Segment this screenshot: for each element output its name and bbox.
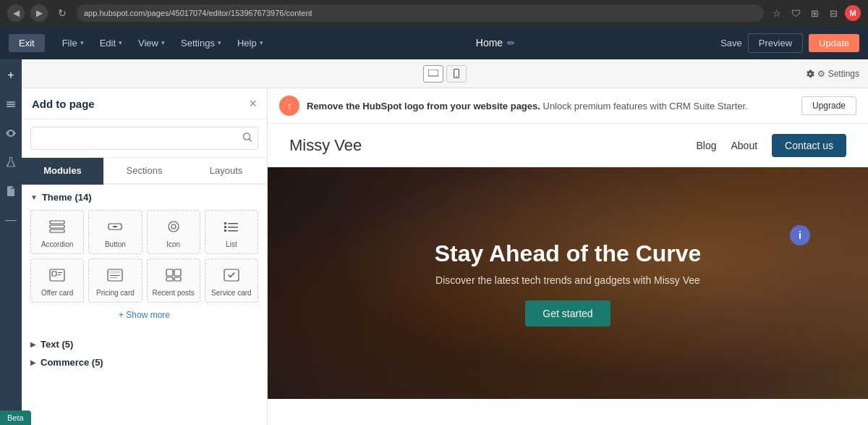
settings-menu-label: Settings [181, 38, 215, 49]
module-offer-card[interactable]: Offer card [30, 258, 84, 303]
svg-rect-32 [174, 277, 181, 281]
contact-button[interactable]: Contact us [772, 134, 846, 157]
text-group-header[interactable]: ▶ Text (5) [30, 339, 258, 350]
sidebar-dash-icon[interactable]: — [2, 211, 20, 229]
update-button[interactable]: Update [809, 34, 859, 52]
desktop-view-button[interactable] [423, 65, 443, 83]
tab-modules[interactable]: Modules [22, 158, 103, 185]
add-panel: Add to page × Modules Sections Layouts [22, 88, 268, 425]
settings-menu[interactable]: Settings ▾ [174, 34, 229, 52]
theme-group-arrow: ▼ [30, 193, 38, 201]
view-menu[interactable]: View ▾ [131, 34, 172, 52]
refresh-button[interactable]: ↻ [54, 4, 71, 22]
page-title-area: Home ✏ [273, 37, 718, 49]
text-group: ▶ Text (5) [30, 339, 258, 350]
nav-link-blog[interactable]: Blog [696, 140, 716, 151]
page-preview: ↑ Remove the HubSpot logo from your webs… [268, 88, 868, 425]
address-bar[interactable] [77, 4, 764, 22]
edit-menu-arrow: ▾ [119, 39, 122, 46]
module-button[interactable]: Button [88, 210, 142, 254]
shield-icon[interactable]: 🛡 [788, 6, 803, 20]
svg-rect-22 [52, 272, 56, 276]
tab-sections[interactable]: Sections [103, 158, 185, 185]
panel-title: Add to page [32, 98, 95, 110]
hero-subtitle: Discover the latest tech trends and gadg… [435, 274, 702, 286]
service-card-label: Service card [211, 289, 252, 298]
commerce-group-arrow: ▶ [30, 358, 36, 366]
preview-button[interactable]: Preview [748, 33, 803, 53]
extension-icon[interactable]: ⊞ [807, 6, 822, 20]
star-icon[interactable]: ☆ [770, 6, 784, 20]
mobile-view-button[interactable] [446, 65, 467, 83]
commerce-group: ▶ Commerce (5) [30, 357, 258, 368]
text-group-title: Text (5) [41, 339, 73, 350]
svg-point-14 [171, 224, 176, 229]
search-input[interactable] [30, 127, 258, 150]
svg-rect-16 [228, 223, 238, 224]
sidebar-flask-icon[interactable] [2, 153, 20, 171]
svg-point-5 [456, 76, 457, 77]
module-list[interactable]: List [205, 210, 258, 254]
view-menu-arrow: ▾ [161, 39, 165, 46]
svg-rect-9 [50, 230, 64, 232]
commerce-group-header[interactable]: ▶ Commerce (5) [30, 357, 258, 368]
hero-cta-button[interactable]: Get started [525, 300, 610, 327]
sidebar-eye-icon[interactable] [2, 125, 20, 142]
search-area [22, 119, 267, 158]
settings-button[interactable]: ⚙ Settings [806, 69, 859, 79]
module-recent-posts[interactable]: Recent posts [147, 258, 200, 303]
save-button[interactable]: Save [720, 38, 742, 49]
exit-button[interactable]: Exit [9, 34, 45, 52]
panels-wrapper: Add to page × Modules Sections Layouts [22, 88, 868, 425]
page-title-edit-icon[interactable]: ✏ [507, 38, 515, 49]
sidebar-layers-icon[interactable] [2, 96, 20, 113]
notification-bold: Remove the HubSpot logo from your websit… [307, 101, 540, 111]
icon-module-icon [163, 216, 184, 237]
svg-rect-27 [110, 275, 120, 276]
list-label: List [226, 240, 237, 249]
sidebar-file-icon[interactable] [2, 182, 20, 200]
content-area: ⚙ Settings Add to page × [22, 59, 868, 425]
notification-bar: ↑ Remove the HubSpot logo from your webs… [268, 88, 868, 124]
forward-button[interactable]: ▶ [30, 4, 48, 22]
site-logo: Missy Vee [289, 136, 696, 155]
button-label: Button [105, 240, 126, 249]
svg-rect-1 [7, 104, 15, 105]
recent-posts-label: Recent posts [152, 289, 194, 298]
back-button[interactable]: ◀ [7, 4, 25, 22]
edit-menu-label: Edit [100, 38, 116, 49]
tab-layouts[interactable]: Layouts [185, 158, 267, 185]
edit-menu[interactable]: Edit ▾ [93, 34, 129, 52]
show-more-button[interactable]: + Show more [30, 303, 258, 327]
module-service-card[interactable]: Service card [205, 258, 258, 303]
svg-rect-12 [113, 226, 117, 227]
svg-rect-29 [166, 269, 173, 276]
nav-link-about[interactable]: About [731, 140, 757, 151]
upgrade-button[interactable]: Upgrade [801, 96, 856, 115]
module-icon[interactable]: Icon [147, 210, 200, 254]
theme-group-header[interactable]: ▼ Theme (14) [30, 192, 258, 203]
user-avatar[interactable]: M [845, 5, 861, 21]
recent-posts-icon [163, 265, 184, 285]
viewport-toolbar: ⚙ Settings [22, 59, 868, 88]
info-bubble[interactable]: i [790, 225, 810, 245]
settings-label: ⚙ Settings [817, 69, 859, 79]
help-menu[interactable]: Help ▾ [230, 34, 271, 52]
window-icon[interactable]: ⊟ [826, 6, 841, 20]
module-accordion[interactable]: Accordion [30, 210, 84, 254]
module-pricing-card[interactable]: Pricing card [88, 258, 142, 303]
accordion-icon [47, 216, 67, 237]
file-menu[interactable]: File ▾ [55, 34, 91, 52]
svg-rect-28 [110, 277, 117, 278]
app-header: Exit File ▾ Edit ▾ View ▾ Settings ▾ Hel… [0, 26, 868, 59]
settings-menu-arrow: ▾ [218, 39, 221, 46]
service-card-icon [221, 265, 242, 285]
svg-rect-3 [428, 70, 438, 76]
offer-card-icon [47, 265, 67, 285]
svg-rect-0 [7, 101, 15, 103]
close-panel-button[interactable]: × [249, 97, 257, 110]
theme-group-title: Theme (14) [42, 192, 92, 203]
panel-tabs: Modules Sections Layouts [22, 158, 267, 185]
sidebar-add-icon[interactable]: + [2, 67, 20, 84]
svg-point-13 [169, 222, 179, 232]
